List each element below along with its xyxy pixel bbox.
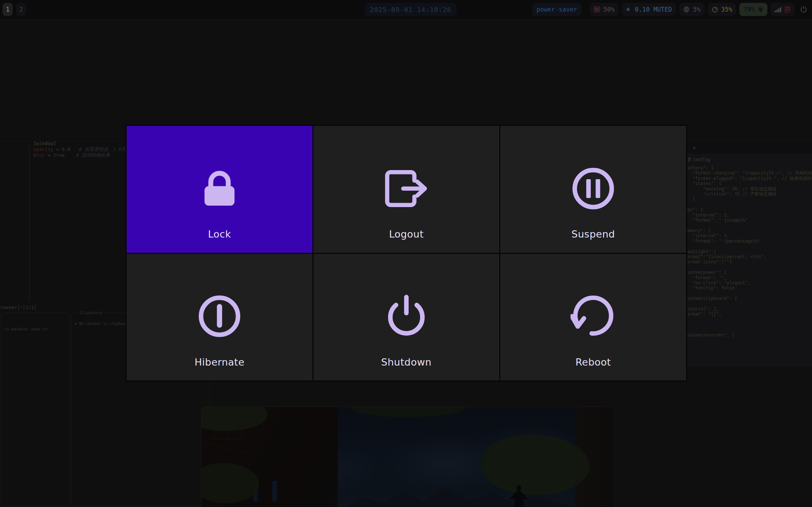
code-line: "battery": {: [682, 165, 812, 170]
lock-button[interactable]: Lock: [127, 126, 312, 253]
lock-icon: [197, 166, 242, 213]
code-line: "interval": 1,: [682, 306, 812, 312]
suspend-label: Suspend: [571, 228, 615, 240]
volume-value: 0.10 MUTED: [635, 6, 672, 13]
code-line: "memory": {: [682, 228, 812, 233]
breadcrumb-filename: config: [693, 157, 710, 162]
code-lines: "battery": { "format-charging": "{capaci…: [682, 165, 812, 338]
code-line: },: [682, 265, 812, 270]
status-bar: 1 2 2025-09-01 14:10:26 power-saver 50% …: [0, 0, 812, 20]
code-line: "format": " {usage}%": [682, 218, 812, 223]
logout-button[interactable]: Logout: [313, 126, 499, 253]
shutdown-power-icon: [384, 294, 429, 341]
config-comment: # 启用模糊效果: [76, 152, 110, 158]
config-value: = true: [48, 152, 65, 158]
code-line: },: [682, 327, 812, 333]
code-line: "format":"{icon}{percent: >3}%",: [682, 254, 812, 259]
workspace-button-1[interactable]: 1: [3, 3, 13, 16]
logout-label: Logout: [389, 228, 423, 240]
terminal-text: :59.006968782 +0800 CST: [3, 327, 48, 331]
power-menu: Lock Logout Suspend Hib: [126, 125, 687, 382]
code-line: "warning": 30, // 警告状态阈值: [682, 186, 812, 191]
terminal-pane: :59.006968782 +0800 CST: [1, 313, 70, 507]
code-line: "tooltip": false: [682, 285, 812, 290]
code-line: "custom/power": {: [682, 270, 812, 275]
suspend-pause-icon: [571, 166, 616, 213]
code-line: "critical": 15 // 严重状态阈值: [682, 191, 812, 197]
code-line: "backlight":{: [682, 249, 812, 254]
code-line: "custom/recorder": {: [682, 333, 812, 338]
memory-value: 35%: [721, 6, 733, 13]
code-line: "states": {: [682, 181, 812, 186]
dim-overlay: [201, 407, 614, 507]
power-menu-button[interactable]: [798, 3, 809, 16]
code-line: "on-click": "wlogout",: [682, 280, 812, 285]
config-key: blur: [33, 152, 45, 158]
code-line: "interval": 5,: [682, 233, 812, 238]
workspace-button-2[interactable]: 2: [16, 3, 26, 16]
lock-label: Lock: [208, 228, 231, 240]
plug-charging-icon: [758, 7, 763, 12]
hibernate-button[interactable]: Hibernate: [127, 254, 312, 381]
code-line: "format-plugged": "{capacity}% ", // 接通电…: [682, 176, 812, 181]
suspend-button[interactable]: Suspend: [500, 126, 686, 253]
memory-module[interactable]: 35%: [708, 3, 737, 16]
code-line: "format": " {percentage}%": [682, 239, 812, 244]
speaker-muted-icon: [626, 7, 632, 12]
backlight-value: 50%: [603, 6, 615, 13]
editor-tab-bar: g ✕: [678, 141, 812, 154]
code-line: "cpu": {: [682, 207, 812, 212]
pane-divider-vertical: [29, 144, 30, 301]
code-line: "custom/clipboard": {: [682, 296, 812, 301]
code-line: },: [682, 202, 812, 207]
gauge-icon: [712, 7, 718, 13]
file-manager-statusline: rowser│─│1/1│: [0, 305, 37, 310]
config-value: = 0.8: [56, 147, 70, 152]
ime-pinyin-badge: 拼: [784, 5, 791, 14]
backlight-module[interactable]: 50%: [590, 3, 619, 16]
code-line: }: [682, 197, 812, 202]
code-line: },: [682, 223, 812, 228]
close-icon: ✕: [693, 145, 696, 151]
background-code-editor: g ✕ ❯ 🮲 config "battery": { "format-char…: [678, 141, 812, 367]
cpu-chip-icon: [683, 6, 690, 13]
battery-value: 79%: [743, 6, 755, 13]
signal-bars-icon: [775, 7, 782, 13]
power-profile-module[interactable]: power-saver: [532, 3, 581, 16]
code-line: [682, 317, 812, 322]
code-line: },: [682, 244, 812, 249]
statusbar-modules: power-saver 50% 0.10 MUTED: [532, 3, 809, 16]
clipboard-empty-message: ⊗ No content in clipboard: [75, 322, 130, 326]
code-line: "format": "",: [682, 275, 812, 280]
reboot-icon: [571, 294, 616, 341]
battery-module[interactable]: 79%: [739, 3, 767, 16]
clipboard-pane-title: Clipboard: [78, 310, 104, 315]
file-icon: 🮲: [688, 157, 690, 162]
hibernate-icon: [197, 294, 242, 341]
reboot-label: Reboot: [575, 356, 611, 368]
backlight-icon: [594, 6, 600, 13]
code-line: },: [682, 291, 812, 296]
cpu-module[interactable]: 5%: [679, 3, 704, 16]
cpu-value: 5%: [693, 6, 700, 13]
volume-module[interactable]: 0.10 MUTED: [622, 3, 676, 16]
shutdown-label: Shutdown: [381, 356, 432, 368]
shutdown-button[interactable]: Shutdown: [313, 254, 499, 381]
code-line: [682, 322, 812, 327]
clock[interactable]: 2025-09-01 14:10:26: [365, 3, 456, 16]
network-ime-module[interactable]: 拼: [771, 3, 795, 16]
config-section: [window]: [33, 141, 56, 146]
config-key: opacity: [33, 147, 53, 152]
wallpaper-image: [201, 407, 614, 507]
code-line: "format-icons":[""]: [682, 259, 812, 264]
logout-icon: [384, 166, 429, 213]
code-line: "interval": 5,: [682, 213, 812, 218]
reboot-button[interactable]: Reboot: [500, 254, 686, 381]
code-line: "format": "{}",: [682, 312, 812, 317]
code-line: [682, 301, 812, 306]
code-line: "format-charging": "{capacity}% ⌁", // 充…: [682, 170, 812, 176]
power-icon: [800, 5, 808, 13]
workspace-switcher: 1 2: [3, 3, 26, 16]
hibernate-label: Hibernate: [194, 356, 245, 368]
